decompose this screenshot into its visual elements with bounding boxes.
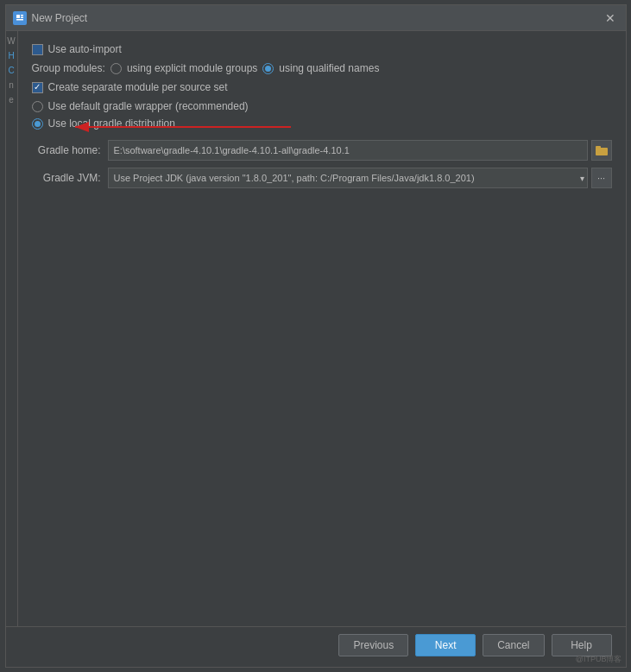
group-modules-radio2[interactable] (262, 63, 274, 74)
create-separate-module-checkbox[interactable] (32, 82, 43, 93)
create-separate-module-label: Create separate module per source set (48, 81, 228, 93)
sidebar-letter-n[interactable]: n (6, 79, 17, 92)
dialog-icon (13, 11, 27, 25)
group-modules-label: Group modules: (32, 62, 105, 74)
svg-rect-8 (596, 146, 601, 149)
svg-rect-4 (16, 19, 23, 21)
sidebar-letter-w[interactable]: W (6, 35, 17, 48)
gradle-home-label: Gradle home: (32, 144, 101, 156)
gradle-jvm-more-button[interactable]: ··· (591, 168, 612, 188)
svg-rect-2 (21, 15, 23, 16)
default-gradle-wrapper-radio[interactable] (32, 101, 43, 112)
cancel-button[interactable]: Cancel (483, 634, 544, 656)
watermark: @ITPUB博客 (576, 654, 622, 665)
dialog-footer: Previous Next Cancel Help (6, 626, 626, 667)
create-separate-module-row: Create separate module per source set (32, 81, 612, 93)
title-bar: New Project ✕ (6, 5, 626, 31)
default-gradle-wrapper-row: Use default gradle wrapper (recommended) (32, 100, 612, 112)
gradle-jvm-label: Gradle JVM: (32, 172, 101, 184)
dialog-title: New Project (32, 12, 602, 24)
gradle-home-folder-button[interactable] (591, 140, 612, 161)
auto-import-checkbox[interactable] (32, 44, 43, 55)
auto-import-label: Use auto-import (48, 43, 122, 55)
close-button[interactable]: ✕ (602, 10, 619, 27)
group-modules-option1-label: using explicit module groups (127, 62, 257, 74)
gradle-jvm-select-group: Use Project JDK (java version "1.8.0_201… (108, 168, 612, 188)
empty-space (32, 195, 612, 619)
svg-rect-1 (16, 15, 20, 18)
group-modules-radio1[interactable] (110, 63, 122, 74)
group-modules-option2-label: using qualified names (279, 62, 379, 74)
local-gradle-distribution-label: Use local gradle distribution (48, 117, 175, 130)
svg-rect-7 (596, 148, 608, 155)
main-area: W H C n e Use auto-import Group modules:… (6, 31, 626, 626)
group-modules-row: Group modules: using explicit module gro… (32, 62, 612, 74)
main-content: Use auto-import Group modules: using exp… (18, 31, 626, 626)
auto-import-row: Use auto-import (32, 43, 612, 55)
default-gradle-wrapper-label: Use default gradle wrapper (recommended) (48, 100, 249, 112)
local-gradle-distribution-radio[interactable] (32, 118, 43, 130)
previous-button[interactable]: Previous (338, 634, 408, 656)
more-dots-icon: ··· (597, 173, 605, 183)
sidebar-letter-e[interactable]: e (6, 93, 17, 106)
next-button[interactable]: Next (415, 634, 476, 656)
gradle-jvm-select[interactable]: Use Project JDK (java version "1.8.0_201… (108, 168, 588, 188)
gradle-jvm-row: Gradle JVM: Use Project JDK (java versio… (32, 168, 612, 188)
folder-icon (596, 145, 608, 155)
sidebar-letter-c[interactable]: C (6, 64, 17, 77)
new-project-dialog: New Project ✕ W H C n e Use auto-import … (5, 4, 627, 668)
local-gradle-distribution-row: Use local gradle distribution (32, 117, 612, 130)
sidebar-letter-h[interactable]: H (6, 49, 17, 62)
svg-rect-3 (21, 16, 23, 18)
left-sidebar: W H C n e (6, 31, 18, 626)
gradle-home-input-group (108, 140, 612, 161)
gradle-home-input[interactable] (108, 140, 588, 161)
gradle-home-row: Gradle home: (32, 140, 612, 161)
svg-rect-0 (15, 13, 25, 23)
gradle-jvm-select-wrapper: Use Project JDK (java version "1.8.0_201… (108, 168, 588, 188)
